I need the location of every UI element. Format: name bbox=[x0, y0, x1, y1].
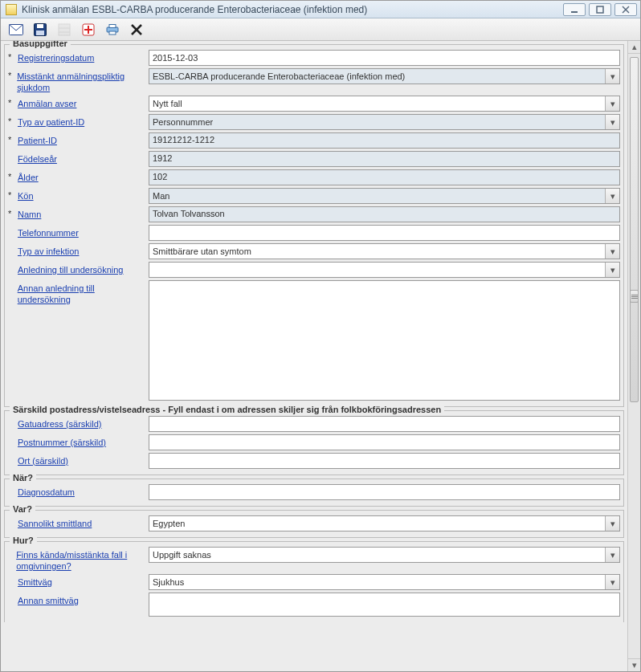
plus-icon bbox=[82, 23, 95, 36]
required-mark: * bbox=[8, 190, 14, 200]
medical-button[interactable] bbox=[80, 21, 97, 39]
titlebar: Klinisk anmälan ESBL-CARBA producerande … bbox=[1, 1, 640, 18]
maximize-button[interactable] bbox=[589, 3, 611, 16]
minimize-button[interactable] bbox=[563, 3, 586, 16]
required-mark bbox=[8, 153, 14, 163]
label-telefon[interactable]: Telefonnummer bbox=[18, 227, 79, 238]
form-scroll-area: Basuppgifter *Registreringsdatum *Misstä… bbox=[1, 41, 627, 671]
svg-rect-13 bbox=[84, 29, 92, 31]
row-namn: *Namn Tolvan Tolvansson bbox=[8, 206, 620, 222]
required-mark: * bbox=[8, 71, 14, 80]
group-nar: När? Diagnosdatum bbox=[4, 479, 624, 507]
scroll-up-arrow-icon[interactable]: ▴ bbox=[628, 41, 640, 54]
required-mark: * bbox=[8, 98, 14, 108]
group-legend-var: Var? bbox=[10, 504, 35, 514]
chevron-down-icon: ▾ bbox=[605, 189, 619, 203]
maximize-icon bbox=[596, 6, 604, 14]
input-gatu[interactable] bbox=[149, 416, 620, 432]
input-registreringsdatum[interactable] bbox=[149, 50, 620, 66]
svg-rect-7 bbox=[36, 31, 44, 35]
label-namn[interactable]: Namn bbox=[18, 209, 41, 220]
combo-kon-value: Man bbox=[153, 191, 169, 201]
grid-icon bbox=[58, 23, 71, 36]
scrollbar-grip-icon[interactable] bbox=[630, 290, 639, 303]
x-icon bbox=[130, 23, 143, 36]
combo-kanda[interactable]: Uppgift saknas ▾ bbox=[149, 547, 620, 563]
print-button[interactable] bbox=[104, 21, 121, 39]
input-patientid: 19121212-1212 bbox=[149, 132, 620, 149]
row-alder: *Ålder 102 bbox=[8, 169, 620, 185]
combo-smittland[interactable]: Egypten ▾ bbox=[149, 515, 620, 531]
input-postnr[interactable] bbox=[149, 434, 620, 450]
row-smittland: Sannolikt smittland Egypten ▾ bbox=[8, 515, 620, 531]
label-fodelsear[interactable]: Födelseår bbox=[18, 153, 57, 165]
chevron-down-icon: ▾ bbox=[605, 69, 619, 83]
combo-smittvag-value: Sjukhus bbox=[153, 577, 184, 587]
toolbar bbox=[1, 18, 640, 41]
textarea-annan-anledning[interactable] bbox=[149, 280, 620, 401]
textarea-annan-smittvag[interactable] bbox=[149, 593, 620, 617]
chevron-down-icon: ▾ bbox=[605, 548, 619, 562]
cancel-button[interactable] bbox=[128, 21, 145, 39]
label-smittvag[interactable]: Smittväg bbox=[18, 576, 52, 588]
label-alder[interactable]: Ålder bbox=[18, 172, 39, 183]
combo-kanda-value: Uppgift saknas bbox=[153, 550, 211, 560]
row-gatu: Gatuadress (särskild) bbox=[8, 416, 620, 432]
input-diagnos[interactable] bbox=[149, 484, 620, 500]
label-registreringsdatum[interactable]: Registreringsdatum bbox=[18, 52, 94, 63]
required-mark bbox=[8, 264, 14, 274]
input-fodelsear: 1912 bbox=[149, 151, 620, 167]
row-ort: Ort (särskild) bbox=[8, 453, 620, 469]
combo-smittvag[interactable]: Sjukhus ▾ bbox=[149, 574, 620, 590]
combo-anmalan-value: Nytt fall bbox=[153, 99, 182, 108]
label-postnr[interactable]: Postnummer (särskild) bbox=[18, 437, 106, 448]
form-body: Basuppgifter *Registreringsdatum *Misstä… bbox=[1, 41, 640, 671]
group-hur: Hur? Finns kända/misstänkta fall i omgiv… bbox=[4, 541, 624, 622]
combo-sjukdom: ESBL-CARBA producerande Enterobacteriace… bbox=[149, 68, 620, 84]
vertical-scrollbar[interactable]: ▴ ▾ bbox=[627, 41, 640, 671]
row-postnr: Postnummer (särskild) bbox=[8, 434, 620, 450]
combo-anmalan[interactable]: Nytt fall ▾ bbox=[149, 96, 620, 112]
label-gatu[interactable]: Gatuadress (särskild) bbox=[18, 418, 102, 430]
row-infektion: Typ av infektion Smittbärare utan symtom… bbox=[8, 243, 620, 259]
label-kanda[interactable]: Finns kända/misstänkta fall i omgivninge… bbox=[16, 549, 145, 572]
save-button[interactable] bbox=[31, 21, 49, 39]
group-basuppgifter: Basuppgifter *Registreringsdatum *Misstä… bbox=[4, 44, 624, 407]
close-button[interactable] bbox=[614, 3, 637, 16]
combo-infektion[interactable]: Smittbärare utan symtom ▾ bbox=[149, 243, 620, 259]
label-smittland[interactable]: Sannolikt smittland bbox=[18, 518, 92, 529]
label-anmalan[interactable]: Anmälan avser bbox=[18, 98, 76, 109]
label-patientid[interactable]: Patient-ID bbox=[18, 135, 57, 146]
required-mark bbox=[8, 283, 14, 292]
label-infektion[interactable]: Typ av infektion bbox=[18, 246, 79, 257]
input-telefon[interactable] bbox=[149, 225, 620, 241]
chevron-down-icon: ▾ bbox=[605, 96, 619, 111]
combo-anledning[interactable]: ▾ bbox=[149, 262, 620, 278]
required-mark: * bbox=[8, 135, 14, 145]
print-icon bbox=[105, 24, 120, 35]
mail-icon bbox=[9, 24, 23, 35]
required-mark: * bbox=[8, 116, 14, 126]
label-annan-anledning[interactable]: Annan anledning till undersökning bbox=[18, 283, 145, 305]
label-ort[interactable]: Ort (särskild) bbox=[18, 455, 68, 466]
scrollbar-thumb[interactable] bbox=[630, 57, 639, 402]
scroll-down-arrow-icon[interactable]: ▾ bbox=[628, 658, 640, 671]
row-diagnos: Diagnosdatum bbox=[8, 484, 620, 500]
svg-rect-8 bbox=[59, 24, 70, 35]
label-typid[interactable]: Typ av patient-ID bbox=[18, 116, 84, 128]
label-diagnos[interactable]: Diagnosdatum bbox=[18, 487, 75, 498]
chevron-down-icon: ▾ bbox=[605, 575, 619, 589]
group-legend-bas: Basuppgifter bbox=[10, 41, 71, 48]
svg-rect-6 bbox=[37, 24, 43, 28]
group-legend-nar: När? bbox=[10, 473, 36, 483]
input-ort[interactable] bbox=[149, 453, 620, 469]
label-annan-smittvag[interactable]: Annan smittväg bbox=[18, 595, 79, 606]
minimize-icon bbox=[570, 6, 578, 14]
label-kon[interactable]: Kön bbox=[18, 190, 34, 202]
chevron-down-icon: ▾ bbox=[605, 263, 619, 277]
label-anledning[interactable]: Anledning till undersökning bbox=[18, 264, 123, 275]
row-annan-anledning: Annan anledning till undersökning bbox=[8, 280, 620, 401]
row-anledning: Anledning till undersökning ▾ bbox=[8, 262, 620, 278]
send-button[interactable] bbox=[7, 21, 25, 39]
label-sjukdom[interactable]: Misstänkt anmälningspliktig sjukdom bbox=[17, 71, 145, 93]
